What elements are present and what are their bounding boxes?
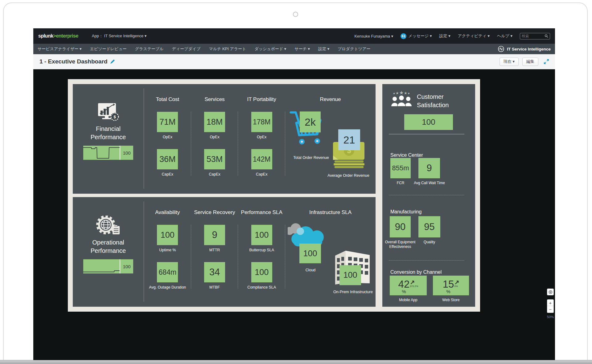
kpi-label: Mobile App xyxy=(390,298,427,302)
conversion-number: 42 xyxy=(398,279,410,289)
edit-button[interactable]: 編集 xyxy=(522,58,538,66)
service-center-title: Service Center xyxy=(390,152,423,158)
revenue-header: Revenue xyxy=(285,84,376,103)
nav-service-analyzer[interactable]: サービスアナライザー ▾ xyxy=(38,46,82,52)
operational-performance-panel: Operational Performance 100 Availabili xyxy=(73,197,376,307)
kpi-label: CapEx xyxy=(209,172,220,176)
kpi-box-compliance-sla[interactable]: 100 xyxy=(251,262,272,282)
itsi-app-badge: IT Service Intelligence xyxy=(498,46,551,52)
recenter-target-button[interactable] xyxy=(547,289,554,295)
kpi-label: Overall Equipment Effectiveness xyxy=(382,240,421,249)
nav-episode-review[interactable]: エピソードレビュー xyxy=(90,46,127,52)
kpi-label: Avg. Outage Duration xyxy=(149,285,186,289)
kpi-box-average-order-revenue[interactable]: 21 xyxy=(338,129,360,150)
nav-search[interactable]: サーチ ▾ xyxy=(294,46,310,52)
kpi-box-oee[interactable]: 90 xyxy=(390,216,411,237)
zoom-in-button[interactable]: + xyxy=(547,299,554,306)
zoom-out-button[interactable]: − xyxy=(547,306,554,313)
customer-satisfaction-icon: ★★★★★ xyxy=(389,91,414,107)
kpi-box-services-opex[interactable]: 18M xyxy=(204,112,225,132)
kpi-box-mobile-app-conversion[interactable]: 42 % ↗ 372.2% xyxy=(390,276,427,295)
user-menu[interactable]: Kensuke Funayama ▾ xyxy=(354,34,393,38)
section-divider-dotted xyxy=(389,260,464,261)
kpi-box-it-portability-opex[interactable]: 178M xyxy=(251,112,272,132)
people-icon xyxy=(390,95,413,107)
customer-satisfaction-title: Customer Satisfaction xyxy=(417,93,449,109)
kpi-label: Avg Call Wait Time xyxy=(407,181,452,185)
kpi-box-mtbf[interactable]: 34 xyxy=(204,262,225,282)
kpi-box-mttr[interactable]: 9 xyxy=(204,225,225,245)
help-menu[interactable]: ヘルプ ▾ xyxy=(497,33,512,39)
search-icon xyxy=(545,34,548,38)
edit-title-pencil-icon[interactable] xyxy=(110,59,115,64)
activity-menu[interactable]: アクティビティ ▾ xyxy=(458,33,490,39)
brand-splunk: splunk xyxy=(38,33,53,38)
nav-glass-table[interactable]: グラステーブル xyxy=(135,46,164,52)
kpi-box-uptime[interactable]: 100 xyxy=(157,225,178,245)
kpi-label: Web Store xyxy=(433,298,469,302)
executive-dashboard-glass-table: $ Financial Performance 100 xyxy=(68,79,480,312)
camera-dot xyxy=(293,12,298,17)
kpi-label: Quality xyxy=(418,240,440,244)
financial-health-sparkline[interactable]: 100 xyxy=(83,146,133,160)
fullscreen-expand-icon[interactable] xyxy=(544,59,549,64)
operational-kpi-columns: Availability 100 Uptime % 684m Avg. Outa… xyxy=(144,197,285,307)
column-header: Service Recovery xyxy=(194,209,235,216)
splunk-logo[interactable]: splunk>enterprise xyxy=(38,33,78,39)
kpi-label: Average Order Revenue xyxy=(322,173,375,178)
kpi-box-services-capex[interactable]: 53M xyxy=(204,149,225,169)
kpi-box-avg-outage-duration[interactable]: 684m xyxy=(157,262,178,282)
kpi-box-buttercup-sla[interactable]: 100 xyxy=(251,225,272,245)
device-base xyxy=(0,360,592,364)
settings-menu[interactable]: 設定 ▾ xyxy=(439,33,450,39)
kpi-box-it-portability-capex[interactable]: 142M xyxy=(251,149,272,169)
financial-label-zone: $ Financial Performance 100 xyxy=(73,84,144,194)
conversion-unit: % xyxy=(446,289,450,294)
dashboard-canvas: $ Financial Performance 100 xyxy=(33,69,555,361)
nav-deep-dive[interactable]: ディープダイブ xyxy=(172,46,201,52)
operational-health-sparkline[interactable]: 100 xyxy=(83,259,133,273)
search-input[interactable] xyxy=(522,34,545,38)
kpi-box-total-cost-capex[interactable]: 36M xyxy=(157,149,178,169)
conversion-value: 15 % ↗ 0% xyxy=(443,277,459,294)
messages-menu[interactable]: 61 メッセージ ▾ xyxy=(401,33,432,39)
it-portability-column: IT Portability 178M OpEx 142M CapEx xyxy=(238,84,285,194)
section-divider xyxy=(389,134,464,134)
pulse-icon xyxy=(498,46,504,52)
current-time-range-button[interactable]: 現在 ▾ xyxy=(500,58,519,66)
kpi-box-web-store-conversion[interactable]: 15 % ↗ 0% xyxy=(433,276,469,295)
top-bar-right: Kensuke Funayama ▾ 61 メッセージ ▾ 設定 ▾ アクティビ… xyxy=(354,33,550,39)
kpi-box-total-cost-opex[interactable]: 71M xyxy=(157,112,178,132)
kpi-label: OpEx xyxy=(163,135,172,139)
sparkline-trace xyxy=(83,259,120,273)
app-menu[interactable]: App： IT Service Intelligence ▾ xyxy=(92,33,147,39)
customer-satisfaction-panel: ★★★★★ Customer Satisfaction xyxy=(382,84,475,307)
dashboard-title-bar: 1 - Executive Dashboard 現在 ▾ 編集 xyxy=(33,54,555,69)
kpi-box-total-order-revenue[interactable]: 2k xyxy=(300,111,321,132)
kpi-box-customer-satisfaction[interactable]: 100 xyxy=(404,114,453,130)
kpi-label: OpEx xyxy=(257,135,266,139)
services-column: Services 18M OpEx 53M CapEx xyxy=(191,84,238,194)
kpi-box-onprem-sla[interactable]: 100 xyxy=(339,265,361,285)
nav-dashboards[interactable]: ダッシュボード ▾ xyxy=(254,46,286,52)
global-search[interactable] xyxy=(520,33,550,39)
performance-sla-column: Performance SLA 100 Buttercup SLA 100 Co… xyxy=(238,197,285,307)
top-bar: splunk>enterprise App： IT Service Intell… xyxy=(33,28,555,44)
kpi-label: OpEx xyxy=(210,135,219,139)
kpi-box-avg-call-wait[interactable]: 9 xyxy=(418,158,440,178)
trend-percent: 372.2% xyxy=(410,285,418,288)
kpi-label: CapEx xyxy=(162,172,174,176)
operational-label-zone: Operational Performance 100 xyxy=(73,197,144,307)
sparkline-trace xyxy=(83,146,120,160)
nav-settings[interactable]: 設定 ▾ xyxy=(318,46,329,52)
nav-multi-kpi-alert[interactable]: マルチ KPI アラート xyxy=(209,46,246,52)
kpi-box-cloud-sla[interactable]: 100 xyxy=(299,244,321,263)
kpi-box-fcr[interactable]: 855m xyxy=(390,158,411,178)
column-header: Total Cost xyxy=(156,96,179,103)
conversion-title: Conversion by Channel xyxy=(390,269,442,275)
trend-up-arrow-icon: ↗ xyxy=(454,280,459,285)
kpi-box-quality[interactable]: 95 xyxy=(418,216,440,237)
manufacturing-title: Manufacturing xyxy=(390,209,421,215)
nav-product-tour[interactable]: プロダクトツアー xyxy=(338,46,370,52)
page-title: 1 - Executive Dashboard xyxy=(39,58,108,65)
